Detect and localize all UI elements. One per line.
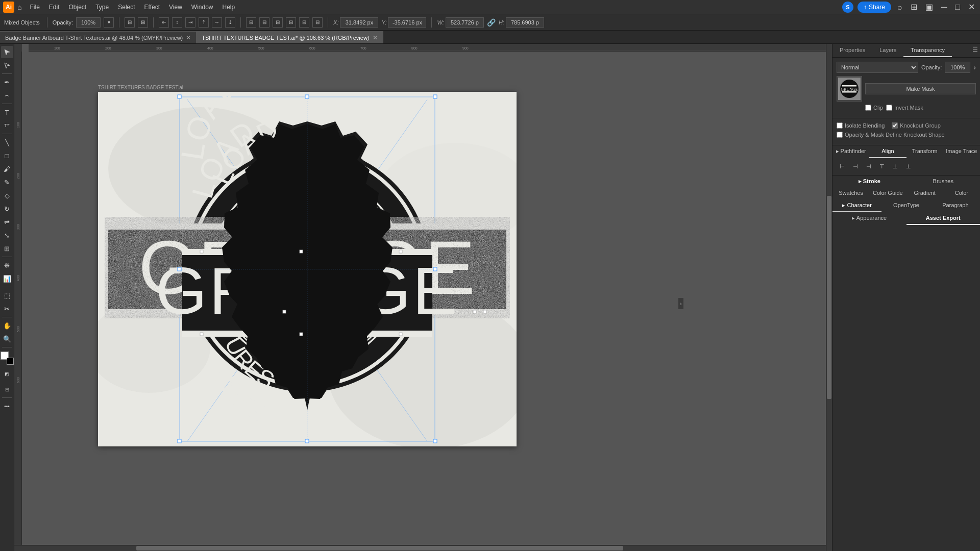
blend-mode-select[interactable]: Normal Multiply Screen Overlay (837, 62, 918, 73)
align-center-h[interactable]: ⊣ (850, 162, 861, 171)
w-input[interactable] (446, 17, 484, 28)
type-tool[interactable]: T (1, 106, 13, 118)
align-btn[interactable]: Align (869, 145, 906, 158)
align-left-btn[interactable]: ⇤ (159, 17, 169, 28)
clip-label[interactable]: Clip (865, 105, 883, 111)
opentype-btn[interactable]: OpenType (881, 199, 930, 212)
handle-mr[interactable] (433, 267, 437, 271)
align-bottom-edges[interactable]: ⊥ (903, 162, 914, 171)
panel-opacity-input[interactable] (945, 62, 970, 73)
x-input[interactable] (340, 17, 378, 28)
swatches-btn[interactable]: Swatches (832, 187, 869, 199)
handle-br[interactable] (433, 439, 437, 443)
zoom-tool[interactable]: 🔍 (1, 333, 13, 345)
brushes-btn[interactable]: Brushes (906, 176, 981, 187)
appearance-btn[interactable]: ▸ Appearance (832, 212, 906, 225)
paintbrush-tool[interactable]: 🖌 (1, 163, 13, 175)
line-segment-tool[interactable]: ╲ (1, 136, 13, 148)
panel-collapse-arrow[interactable]: › (678, 297, 684, 310)
align-center-h-btn[interactable]: ↕ (172, 17, 182, 28)
align-top-btn[interactable]: ⇡ (199, 17, 209, 28)
minimize-button[interactable]: ─ (939, 2, 949, 13)
knockout-group-checkbox[interactable] (892, 122, 898, 129)
pathfinder-btn[interactable]: ▸ Pathfinder (832, 145, 869, 158)
menu-type[interactable]: Type (91, 3, 113, 12)
rotate-tool[interactable]: ↻ (1, 203, 13, 215)
paragraph-btn[interactable]: Paragraph (931, 199, 980, 212)
character-btn[interactable]: ▸ Character (832, 199, 881, 212)
pencil-tool[interactable]: ✎ (1, 176, 13, 188)
selection-tool[interactable] (1, 46, 13, 58)
grunge-handle-1[interactable] (283, 310, 286, 313)
panel-icon[interactable]: ▣ (923, 1, 935, 13)
workspace-icon[interactable]: ⊞ (909, 1, 919, 13)
align-top-edges[interactable]: ⊤ (876, 162, 888, 171)
rectangle-tool[interactable]: □ (1, 149, 13, 162)
inner-handle-1[interactable] (200, 250, 203, 253)
inner-handle-4[interactable] (200, 333, 203, 336)
menu-view[interactable]: View (165, 3, 186, 12)
asset-export-btn[interactable]: Asset Export (906, 212, 981, 225)
menu-object[interactable]: Object (65, 3, 91, 12)
align-bottom-btn[interactable]: ⇣ (225, 17, 235, 28)
panel-options-menu[interactable]: ☰ (970, 44, 980, 57)
knockout-group-label[interactable]: Knockout Group (892, 122, 941, 129)
mirror-tool[interactable]: ⇌ (1, 216, 13, 228)
color-boxes[interactable] (1, 352, 14, 365)
stroke-box[interactable] (7, 358, 14, 365)
dist-btn-1[interactable]: ⊟ (246, 17, 256, 28)
column-graph-tool[interactable]: 📊 (1, 272, 13, 285)
curvature-tool[interactable]: ⌢ (1, 89, 13, 102)
change-screen-mode[interactable]: ⊟ (1, 383, 13, 395)
pen-tool[interactable]: ✒ (1, 76, 13, 88)
handle-ml[interactable] (178, 267, 181, 271)
dist-btn-2[interactable]: ⊟ (259, 17, 270, 28)
doc-tab-1-close[interactable]: ✕ (186, 34, 191, 41)
horizontal-scrollbar-thumb[interactable] (136, 546, 623, 550)
doc-tab-2[interactable]: TSHIRT TEXTURES BADGE TEST.ai* @ 106.63 … (197, 31, 383, 43)
user-avatar[interactable]: S (842, 2, 853, 13)
grunge-handle-3[interactable] (483, 310, 486, 313)
home-icon[interactable]: ⌂ (17, 3, 21, 11)
inner-handle-3[interactable] (300, 250, 303, 253)
direct-selection-tool[interactable] (1, 59, 13, 71)
isolate-blending-checkbox[interactable] (837, 122, 843, 129)
search-icon[interactable]: ⌕ (895, 2, 904, 13)
hand-tool[interactable]: ✋ (1, 319, 13, 332)
menu-edit[interactable]: Edit (45, 3, 64, 12)
make-mask-button[interactable]: Make Mask (865, 83, 976, 94)
handle-tl[interactable] (178, 95, 181, 98)
invert-mask-checkbox[interactable] (886, 105, 892, 111)
link-icon[interactable]: 🔗 (487, 18, 496, 27)
tab-properties[interactable]: Properties (832, 44, 872, 57)
align-right-edges[interactable]: ⊣ (863, 162, 874, 171)
inner-handle-6[interactable] (300, 333, 303, 336)
align-right-btn[interactable]: ⇥ (185, 17, 195, 28)
slice-tool[interactable]: ✂ (1, 303, 13, 315)
free-transform-tool[interactable]: ⊞ (1, 242, 13, 255)
doc-tab-2-close[interactable]: ✕ (373, 34, 378, 41)
inner-handle-5[interactable] (399, 333, 402, 336)
restore-button[interactable]: □ (953, 2, 962, 13)
dist-btn-5[interactable]: ⊟ (299, 17, 309, 28)
isolate-blending-label[interactable]: Isolate Blending (837, 122, 885, 129)
close-button[interactable]: ✕ (966, 1, 977, 13)
dist-btn-4[interactable]: ⊟ (286, 17, 296, 28)
shaper-tool[interactable]: ◇ (1, 189, 13, 202)
gradient-mode-btn[interactable]: ◩ (1, 368, 13, 380)
tab-layers[interactable]: Layers (872, 44, 903, 57)
invert-mask-label[interactable]: Invert Mask (886, 105, 923, 111)
h-input[interactable] (506, 17, 544, 28)
opacity-dropdown[interactable]: ▾ (104, 17, 114, 28)
menu-window[interactable]: Window (187, 3, 217, 12)
handle-tc[interactable] (305, 95, 309, 98)
menu-effect[interactable]: Effect (140, 3, 164, 12)
symbol-sprayer-tool[interactable]: ❋ (1, 259, 13, 271)
dist-btn-6[interactable]: ⊟ (312, 17, 323, 28)
grunge-handle-2[interactable] (473, 310, 476, 313)
color-guide-btn[interactable]: Color Guide (869, 187, 906, 199)
doc-tab-1[interactable]: Badge Banner Artboard T-Shirt Textures.a… (0, 31, 197, 43)
opacity-mask-checkbox[interactable] (837, 132, 843, 138)
share-button[interactable]: ↑ Share (857, 2, 891, 13)
image-trace-btn[interactable]: Image Trace (943, 145, 980, 158)
